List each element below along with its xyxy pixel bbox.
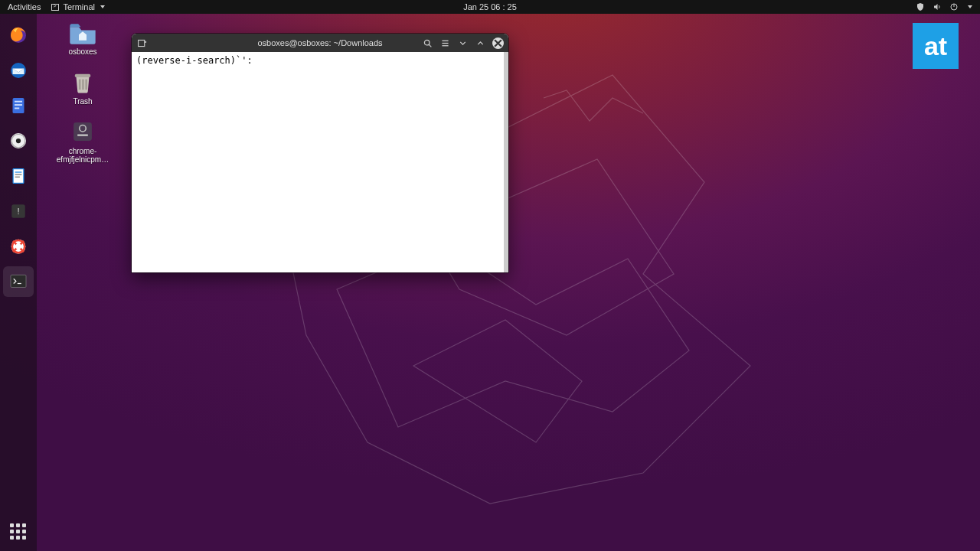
app-menu-label: Terminal <box>63 2 95 11</box>
top-bar: Activities Terminal Jan 25 06 : 25 <box>0 0 980 14</box>
trash-icon <box>67 68 98 96</box>
terminal-titlebar[interactable]: osboxes@osboxes: ~/Downloads <box>132 34 508 52</box>
svg-rect-7 <box>15 108 19 109</box>
activities-button[interactable]: Activities <box>8 2 41 11</box>
search-button[interactable] <box>422 37 433 48</box>
terminal-icon <box>7 270 30 293</box>
desktop: ! osboxes Trash c <box>0 14 980 551</box>
system-tray[interactable] <box>916 2 972 11</box>
chevron-down-icon <box>100 5 105 8</box>
terminal-window: osboxes@osboxes: ~/Downloads (re <box>132 34 508 272</box>
updater-icon: ! <box>7 200 30 223</box>
search-icon <box>423 38 433 48</box>
svg-rect-31 <box>138 40 144 46</box>
svg-rect-26 <box>82 80 84 90</box>
music-icon <box>7 129 30 152</box>
hamburger-icon <box>440 38 450 48</box>
chevron-down-icon <box>458 38 468 48</box>
watermark-badge: at <box>913 23 959 69</box>
desktop-icon-home[interactable]: osboxes <box>44 18 121 56</box>
volume-icon <box>933 2 942 11</box>
close-button[interactable] <box>492 37 504 49</box>
desktop-icons: osboxes Trash chrome-efmjfjelnicpm… <box>44 18 121 164</box>
svg-text:!: ! <box>17 207 19 216</box>
svg-rect-30 <box>77 134 88 136</box>
dock-updater[interactable]: ! <box>3 196 34 227</box>
svg-rect-25 <box>79 80 81 90</box>
menu-button[interactable] <box>439 37 450 48</box>
app-menu[interactable]: Terminal <box>51 2 105 11</box>
minimize-button[interactable] <box>457 37 468 48</box>
dock-todo[interactable] <box>3 90 34 121</box>
desktop-icon-label: osboxes <box>68 47 96 56</box>
dock-thunderbird[interactable] <box>3 55 34 86</box>
chevron-down-icon <box>968 5 972 8</box>
desktop-icon-label: chrome-efmjfjelnicpm… <box>51 147 115 164</box>
chevron-up-icon <box>475 38 485 48</box>
svg-rect-6 <box>15 104 22 106</box>
svg-point-21 <box>15 243 21 249</box>
show-applications[interactable] <box>10 523 27 540</box>
svg-line-35 <box>429 44 431 47</box>
new-tab-button[interactable] <box>136 37 147 48</box>
svg-point-34 <box>424 40 430 45</box>
help-icon <box>7 235 30 258</box>
todo-icon <box>7 94 30 117</box>
dock-help[interactable] <box>3 231 34 262</box>
maximize-button[interactable] <box>475 37 485 48</box>
firefox-icon <box>7 24 30 47</box>
svg-rect-27 <box>85 80 87 90</box>
close-icon <box>493 38 503 48</box>
app-placeholder-icon <box>67 118 98 145</box>
power-icon <box>949 2 959 11</box>
clock[interactable]: Jan 25 06 : 25 <box>463 2 517 11</box>
dock-writer[interactable] <box>3 161 34 191</box>
thunderbird-icon <box>7 59 30 82</box>
svg-rect-22 <box>11 275 26 287</box>
svg-rect-13 <box>15 171 22 172</box>
desktop-icon-chromeapp[interactable]: chrome-efmjfjelnicpm… <box>44 118 121 164</box>
svg-rect-24 <box>75 74 90 77</box>
dock: ! <box>0 14 37 551</box>
terminal-body[interactable]: (reverse-i-search)`': <box>132 52 508 272</box>
new-tab-icon <box>137 38 147 48</box>
terminal-mini-icon <box>51 4 59 11</box>
writer-icon <box>7 165 30 187</box>
dock-rhythmbox[interactable] <box>3 126 34 156</box>
dock-firefox[interactable] <box>3 20 34 51</box>
svg-rect-14 <box>15 174 22 175</box>
svg-point-9 <box>16 139 21 143</box>
dock-terminal[interactable] <box>3 266 34 297</box>
desktop-icon-trash[interactable]: Trash <box>44 68 121 106</box>
shield-icon <box>916 2 925 11</box>
desktop-icon-label: Trash <box>73 97 92 106</box>
home-folder-icon <box>67 18 98 46</box>
svg-rect-15 <box>15 177 20 178</box>
svg-rect-12 <box>14 169 24 183</box>
svg-rect-5 <box>15 101 22 103</box>
